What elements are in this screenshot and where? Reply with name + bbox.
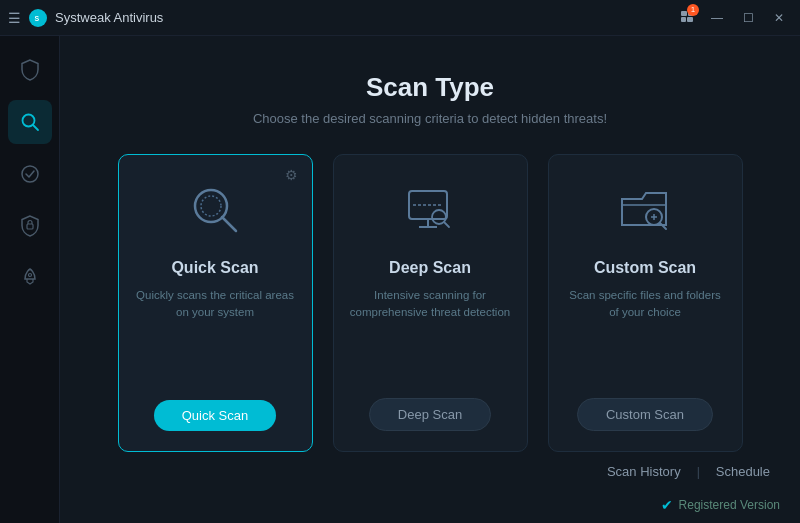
- custom-scan-icon: [610, 175, 680, 245]
- title-bar: ☰ S Systweak Antivirus 1 — ☐ ✕: [0, 0, 800, 36]
- deep-scan-card[interactable]: Deep Scan Intensive scanning for compreh…: [333, 154, 528, 452]
- svg-point-9: [28, 274, 31, 277]
- sidebar: [0, 36, 60, 523]
- svg-line-6: [33, 125, 38, 130]
- custom-scan-desc: Scan specific files and folders of your …: [565, 287, 726, 380]
- deep-scan-icon: [395, 175, 465, 245]
- svg-text:S: S: [35, 15, 40, 22]
- quick-scan-button[interactable]: Quick Scan: [154, 400, 276, 431]
- page-header: Scan Type Choose the desired scanning cr…: [60, 36, 800, 154]
- svg-line-18: [444, 222, 449, 227]
- custom-scan-button[interactable]: Custom Scan: [577, 398, 713, 431]
- content-footer: Scan History | Schedule: [60, 452, 800, 491]
- title-bar-left: ☰ S Systweak Antivirus: [8, 9, 163, 27]
- maximize-button[interactable]: ☐: [735, 7, 762, 29]
- close-button[interactable]: ✕: [766, 7, 792, 29]
- quick-scan-title: Quick Scan: [171, 259, 258, 277]
- custom-scan-title: Custom Scan: [594, 259, 696, 277]
- registered-text: Registered Version: [679, 498, 780, 512]
- page-subtitle: Choose the desired scanning criteria to …: [80, 111, 780, 126]
- quick-scan-card[interactable]: ⚙ Quick Scan Quickly scans the critical …: [118, 154, 313, 452]
- sidebar-item-shield[interactable]: [8, 48, 52, 92]
- svg-rect-4: [687, 17, 693, 22]
- svg-rect-1: [681, 11, 687, 16]
- sidebar-item-shield-lock[interactable]: [8, 204, 52, 248]
- svg-rect-8: [27, 224, 33, 229]
- registered-icon: ✔: [661, 497, 673, 513]
- page-title: Scan Type: [80, 72, 780, 103]
- svg-line-11: [222, 217, 236, 231]
- scan-history-link[interactable]: Scan History: [607, 464, 681, 479]
- registered-bar: ✔ Registered Version: [60, 491, 800, 523]
- notification-badge[interactable]: 1: [679, 8, 695, 28]
- svg-rect-3: [681, 17, 686, 22]
- deep-scan-title: Deep Scan: [389, 259, 471, 277]
- gear-icon[interactable]: ⚙: [285, 167, 298, 183]
- scan-cards-container: ⚙ Quick Scan Quickly scans the critical …: [60, 154, 800, 452]
- quick-scan-icon: [180, 175, 250, 245]
- quick-scan-desc: Quickly scans the critical areas on your…: [135, 287, 296, 382]
- svg-point-7: [22, 166, 38, 182]
- sidebar-item-protection[interactable]: [8, 152, 52, 196]
- svg-point-12: [201, 196, 221, 216]
- hamburger-icon[interactable]: ☰: [8, 10, 21, 26]
- content-area: Scan Type Choose the desired scanning cr…: [60, 36, 800, 523]
- footer-separator: |: [697, 465, 700, 479]
- deep-scan-desc: Intensive scanning for comprehensive thr…: [350, 287, 511, 380]
- sidebar-item-scan[interactable]: [8, 100, 52, 144]
- sidebar-item-boost[interactable]: [8, 256, 52, 300]
- title-bar-controls: 1 — ☐ ✕: [679, 7, 792, 29]
- schedule-link[interactable]: Schedule: [716, 464, 770, 479]
- main-layout: Scan Type Choose the desired scanning cr…: [0, 36, 800, 523]
- minimize-button[interactable]: —: [703, 7, 731, 29]
- notification-count: 1: [687, 4, 699, 16]
- app-logo: S: [29, 9, 47, 27]
- custom-scan-card[interactable]: Custom Scan Scan specific files and fold…: [548, 154, 743, 452]
- deep-scan-button[interactable]: Deep Scan: [369, 398, 491, 431]
- app-title: Systweak Antivirus: [55, 10, 163, 25]
